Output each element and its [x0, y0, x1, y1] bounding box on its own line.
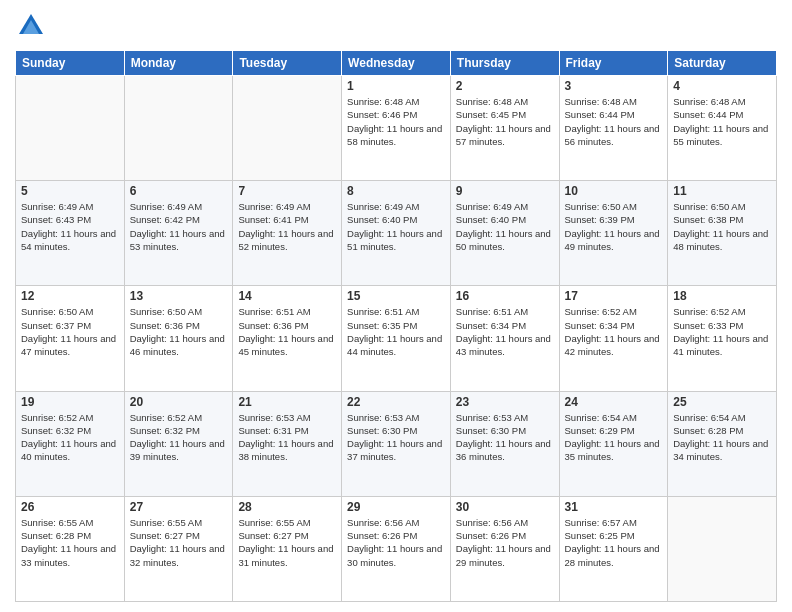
day-number: 3: [565, 79, 663, 93]
weekday-header-thursday: Thursday: [450, 51, 559, 76]
calendar-cell: [16, 76, 125, 181]
calendar-cell: 14Sunrise: 6:51 AM Sunset: 6:36 PM Dayli…: [233, 286, 342, 391]
calendar-cell: 17Sunrise: 6:52 AM Sunset: 6:34 PM Dayli…: [559, 286, 668, 391]
day-info: Sunrise: 6:54 AM Sunset: 6:29 PM Dayligh…: [565, 411, 663, 464]
day-number: 30: [456, 500, 554, 514]
day-info: Sunrise: 6:53 AM Sunset: 6:30 PM Dayligh…: [456, 411, 554, 464]
day-number: 7: [238, 184, 336, 198]
day-number: 31: [565, 500, 663, 514]
day-info: Sunrise: 6:55 AM Sunset: 6:27 PM Dayligh…: [238, 516, 336, 569]
calendar-cell: 23Sunrise: 6:53 AM Sunset: 6:30 PM Dayli…: [450, 391, 559, 496]
day-number: 28: [238, 500, 336, 514]
day-number: 26: [21, 500, 119, 514]
weekday-header-monday: Monday: [124, 51, 233, 76]
calendar-cell: 11Sunrise: 6:50 AM Sunset: 6:38 PM Dayli…: [668, 181, 777, 286]
day-info: Sunrise: 6:52 AM Sunset: 6:33 PM Dayligh…: [673, 305, 771, 358]
weekday-header-sunday: Sunday: [16, 51, 125, 76]
calendar-cell: 26Sunrise: 6:55 AM Sunset: 6:28 PM Dayli…: [16, 496, 125, 601]
day-number: 10: [565, 184, 663, 198]
calendar-cell: 15Sunrise: 6:51 AM Sunset: 6:35 PM Dayli…: [342, 286, 451, 391]
week-row-1: 1Sunrise: 6:48 AM Sunset: 6:46 PM Daylig…: [16, 76, 777, 181]
week-row-3: 12Sunrise: 6:50 AM Sunset: 6:37 PM Dayli…: [16, 286, 777, 391]
calendar-cell: 9Sunrise: 6:49 AM Sunset: 6:40 PM Daylig…: [450, 181, 559, 286]
day-number: 24: [565, 395, 663, 409]
day-info: Sunrise: 6:49 AM Sunset: 6:40 PM Dayligh…: [456, 200, 554, 253]
calendar-cell: 13Sunrise: 6:50 AM Sunset: 6:36 PM Dayli…: [124, 286, 233, 391]
calendar: SundayMondayTuesdayWednesdayThursdayFrid…: [15, 50, 777, 602]
week-row-4: 19Sunrise: 6:52 AM Sunset: 6:32 PM Dayli…: [16, 391, 777, 496]
calendar-cell: [233, 76, 342, 181]
day-info: Sunrise: 6:53 AM Sunset: 6:30 PM Dayligh…: [347, 411, 445, 464]
day-info: Sunrise: 6:51 AM Sunset: 6:34 PM Dayligh…: [456, 305, 554, 358]
day-info: Sunrise: 6:57 AM Sunset: 6:25 PM Dayligh…: [565, 516, 663, 569]
day-number: 25: [673, 395, 771, 409]
header: [15, 10, 777, 42]
calendar-cell: 20Sunrise: 6:52 AM Sunset: 6:32 PM Dayli…: [124, 391, 233, 496]
calendar-cell: 3Sunrise: 6:48 AM Sunset: 6:44 PM Daylig…: [559, 76, 668, 181]
weekday-header-wednesday: Wednesday: [342, 51, 451, 76]
day-number: 29: [347, 500, 445, 514]
day-info: Sunrise: 6:52 AM Sunset: 6:34 PM Dayligh…: [565, 305, 663, 358]
day-number: 23: [456, 395, 554, 409]
calendar-cell: 5Sunrise: 6:49 AM Sunset: 6:43 PM Daylig…: [16, 181, 125, 286]
calendar-cell: 10Sunrise: 6:50 AM Sunset: 6:39 PM Dayli…: [559, 181, 668, 286]
day-info: Sunrise: 6:48 AM Sunset: 6:44 PM Dayligh…: [673, 95, 771, 148]
day-number: 18: [673, 289, 771, 303]
day-info: Sunrise: 6:52 AM Sunset: 6:32 PM Dayligh…: [21, 411, 119, 464]
day-number: 20: [130, 395, 228, 409]
day-info: Sunrise: 6:49 AM Sunset: 6:40 PM Dayligh…: [347, 200, 445, 253]
day-number: 4: [673, 79, 771, 93]
day-number: 1: [347, 79, 445, 93]
day-number: 19: [21, 395, 119, 409]
day-number: 12: [21, 289, 119, 303]
calendar-cell: 12Sunrise: 6:50 AM Sunset: 6:37 PM Dayli…: [16, 286, 125, 391]
day-info: Sunrise: 6:48 AM Sunset: 6:45 PM Dayligh…: [456, 95, 554, 148]
calendar-cell: 21Sunrise: 6:53 AM Sunset: 6:31 PM Dayli…: [233, 391, 342, 496]
day-info: Sunrise: 6:56 AM Sunset: 6:26 PM Dayligh…: [347, 516, 445, 569]
day-info: Sunrise: 6:49 AM Sunset: 6:41 PM Dayligh…: [238, 200, 336, 253]
day-number: 15: [347, 289, 445, 303]
calendar-cell: 27Sunrise: 6:55 AM Sunset: 6:27 PM Dayli…: [124, 496, 233, 601]
day-info: Sunrise: 6:50 AM Sunset: 6:37 PM Dayligh…: [21, 305, 119, 358]
day-number: 8: [347, 184, 445, 198]
day-number: 27: [130, 500, 228, 514]
calendar-cell: [668, 496, 777, 601]
week-row-5: 26Sunrise: 6:55 AM Sunset: 6:28 PM Dayli…: [16, 496, 777, 601]
day-info: Sunrise: 6:49 AM Sunset: 6:42 PM Dayligh…: [130, 200, 228, 253]
day-number: 22: [347, 395, 445, 409]
day-info: Sunrise: 6:51 AM Sunset: 6:35 PM Dayligh…: [347, 305, 445, 358]
calendar-cell: 28Sunrise: 6:55 AM Sunset: 6:27 PM Dayli…: [233, 496, 342, 601]
calendar-cell: 1Sunrise: 6:48 AM Sunset: 6:46 PM Daylig…: [342, 76, 451, 181]
calendar-cell: 4Sunrise: 6:48 AM Sunset: 6:44 PM Daylig…: [668, 76, 777, 181]
day-info: Sunrise: 6:50 AM Sunset: 6:38 PM Dayligh…: [673, 200, 771, 253]
calendar-cell: 25Sunrise: 6:54 AM Sunset: 6:28 PM Dayli…: [668, 391, 777, 496]
calendar-cell: 31Sunrise: 6:57 AM Sunset: 6:25 PM Dayli…: [559, 496, 668, 601]
day-number: 13: [130, 289, 228, 303]
day-info: Sunrise: 6:49 AM Sunset: 6:43 PM Dayligh…: [21, 200, 119, 253]
day-number: 5: [21, 184, 119, 198]
logo: [15, 10, 51, 42]
calendar-cell: 6Sunrise: 6:49 AM Sunset: 6:42 PM Daylig…: [124, 181, 233, 286]
calendar-cell: 19Sunrise: 6:52 AM Sunset: 6:32 PM Dayli…: [16, 391, 125, 496]
weekday-header-friday: Friday: [559, 51, 668, 76]
calendar-cell: 2Sunrise: 6:48 AM Sunset: 6:45 PM Daylig…: [450, 76, 559, 181]
day-number: 11: [673, 184, 771, 198]
day-info: Sunrise: 6:51 AM Sunset: 6:36 PM Dayligh…: [238, 305, 336, 358]
weekday-header-tuesday: Tuesday: [233, 51, 342, 76]
calendar-cell: 29Sunrise: 6:56 AM Sunset: 6:26 PM Dayli…: [342, 496, 451, 601]
calendar-cell: 16Sunrise: 6:51 AM Sunset: 6:34 PM Dayli…: [450, 286, 559, 391]
day-info: Sunrise: 6:48 AM Sunset: 6:44 PM Dayligh…: [565, 95, 663, 148]
day-info: Sunrise: 6:56 AM Sunset: 6:26 PM Dayligh…: [456, 516, 554, 569]
calendar-cell: 22Sunrise: 6:53 AM Sunset: 6:30 PM Dayli…: [342, 391, 451, 496]
calendar-cell: 7Sunrise: 6:49 AM Sunset: 6:41 PM Daylig…: [233, 181, 342, 286]
page: SundayMondayTuesdayWednesdayThursdayFrid…: [0, 0, 792, 612]
day-number: 17: [565, 289, 663, 303]
calendar-cell: 8Sunrise: 6:49 AM Sunset: 6:40 PM Daylig…: [342, 181, 451, 286]
day-number: 2: [456, 79, 554, 93]
day-info: Sunrise: 6:48 AM Sunset: 6:46 PM Dayligh…: [347, 95, 445, 148]
day-number: 14: [238, 289, 336, 303]
day-number: 6: [130, 184, 228, 198]
weekday-header-saturday: Saturday: [668, 51, 777, 76]
day-number: 9: [456, 184, 554, 198]
day-info: Sunrise: 6:54 AM Sunset: 6:28 PM Dayligh…: [673, 411, 771, 464]
